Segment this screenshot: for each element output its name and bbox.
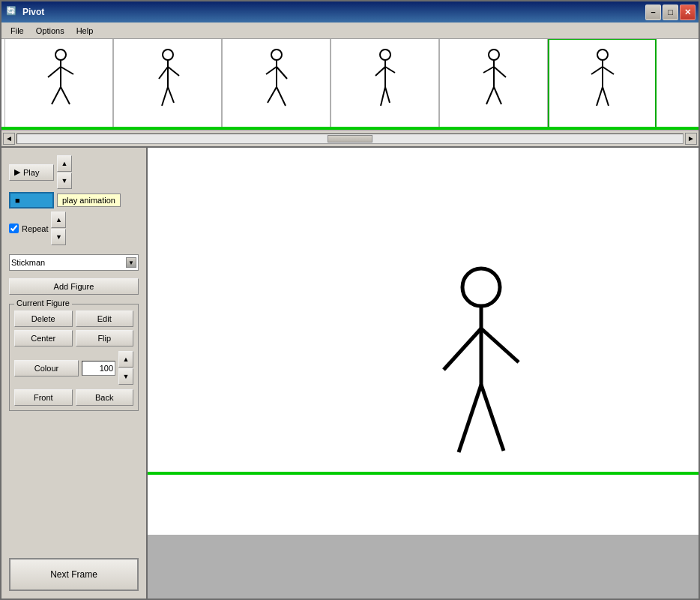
figure-selector: Stickman ▼ (9, 254, 139, 271)
playback-row-2: ■ play animation (9, 192, 139, 208)
repeat-spinner: ▲ ▼ (51, 212, 66, 245)
colour-button[interactable]: Colour (14, 360, 79, 376)
colour-spin-up[interactable]: ▲ (118, 351, 133, 368)
figure-dropdown[interactable]: Stickman ▼ (9, 254, 139, 271)
repeat-label: Repeat (22, 224, 48, 233)
main-stickman (429, 265, 534, 475)
svg-line-20 (375, 67, 385, 76)
play-button[interactable]: ▶ Play (9, 164, 54, 181)
edit-button[interactable]: Edit (76, 310, 134, 327)
colour-row: Colour 100 ▲ ▼ (14, 351, 133, 385)
minimize-button[interactable]: – (645, 4, 661, 20)
svg-line-2 (48, 67, 61, 77)
svg-line-33 (603, 67, 614, 74)
colour-spin-down[interactable]: ▼ (118, 368, 133, 385)
canvas-ground-line (148, 472, 699, 475)
play-spin-down[interactable]: ▼ (57, 172, 72, 189)
title-bar-left: 🔄 Pivot (6, 6, 44, 18)
current-figure-group: Current Figure Delete Edit Center Flip C… (9, 304, 139, 411)
timeline-frame-5[interactable] (439, 39, 548, 127)
menu-help[interactable]: Help (70, 25, 100, 37)
flip-button[interactable]: Flip (76, 330, 134, 346)
colour-input[interactable]: 100 (82, 361, 115, 376)
svg-line-22 (381, 87, 385, 106)
menu-bar: File Options Help (1, 22, 699, 39)
svg-line-27 (494, 67, 506, 77)
title-bar: 🔄 Pivot – □ ✕ (1, 2, 699, 22)
close-button[interactable]: ✕ (680, 4, 696, 20)
app-title: Pivot (22, 7, 44, 17)
timeline-frame-2[interactable] (113, 39, 222, 127)
app-icon: 🔄 (6, 6, 18, 18)
svg-point-18 (380, 50, 390, 60)
timeline-frame-6[interactable] (548, 39, 657, 127)
svg-point-30 (597, 50, 608, 60)
add-figure-button[interactable]: Add Figure (9, 278, 139, 295)
play-spin-up[interactable]: ▲ (57, 155, 72, 172)
svg-line-39 (481, 328, 519, 362)
play-icon: ▶ (14, 167, 20, 177)
next-frame-button[interactable]: Next Frame (9, 558, 139, 591)
svg-line-10 (162, 87, 168, 106)
colour-spinner: ▲ ▼ (118, 351, 133, 385)
svg-line-40 (459, 385, 481, 452)
svg-line-4 (52, 87, 61, 104)
front-back-grid: Front Back (14, 389, 133, 406)
timeline-frame-3[interactable] (222, 39, 331, 127)
svg-line-15 (277, 67, 287, 79)
center-button[interactable]: Center (14, 330, 73, 346)
title-bar-buttons: – □ ✕ (645, 4, 696, 20)
delete-button[interactable]: Delete (14, 310, 73, 327)
svg-line-14 (266, 67, 277, 74)
svg-line-5 (61, 87, 70, 104)
svg-line-16 (268, 87, 277, 103)
playback-section: ▶ Play ▲ ▼ ■ play animation (9, 155, 139, 245)
canvas-grey-area (148, 535, 699, 598)
timeline-frames (1, 39, 699, 127)
repeat-checkbox[interactable] (9, 224, 19, 233)
maximize-button[interactable]: □ (663, 4, 678, 20)
svg-line-21 (385, 67, 395, 73)
canvas-white[interactable] (148, 148, 699, 535)
timeline-frame-4[interactable] (331, 39, 439, 127)
menu-file[interactable]: File (4, 25, 30, 37)
svg-line-41 (481, 385, 504, 451)
svg-line-28 (486, 87, 494, 104)
stop-button[interactable]: ■ (9, 192, 54, 208)
timeline-frame-1[interactable] (4, 39, 113, 127)
svg-line-9 (168, 67, 179, 76)
scroll-track[interactable] (16, 134, 684, 144)
scroll-thumb[interactable] (328, 135, 372, 142)
svg-line-11 (168, 87, 174, 103)
menu-options[interactable]: Options (30, 25, 70, 37)
back-button[interactable]: Back (76, 389, 134, 406)
svg-line-26 (483, 67, 494, 73)
front-button[interactable]: Front (14, 389, 73, 406)
svg-line-34 (597, 87, 603, 106)
svg-line-3 (61, 67, 73, 74)
app-window: 🔄 Pivot – □ ✕ File Options Help (0, 0, 700, 600)
svg-line-23 (385, 87, 390, 103)
left-panel: ▶ Play ▲ ▼ ■ play animation (1, 148, 148, 598)
scroll-right-button[interactable]: ► (685, 133, 697, 145)
playback-row-1: ▶ Play ▲ ▼ (9, 155, 139, 189)
repeat-spin-up[interactable]: ▲ (51, 212, 66, 228)
timeline-scrollbar: ◄ ► (1, 130, 699, 146)
current-figure-label: Current Figure (14, 298, 72, 308)
scroll-left-button[interactable]: ◄ (3, 133, 15, 145)
repeat-row: Repeat ▲ ▼ (9, 212, 139, 245)
svg-line-38 (444, 328, 481, 370)
svg-point-12 (271, 50, 282, 60)
svg-point-36 (462, 268, 500, 306)
svg-line-35 (603, 87, 609, 106)
svg-line-8 (159, 67, 168, 79)
svg-point-6 (163, 50, 173, 60)
svg-line-32 (591, 67, 603, 74)
play-spinner: ▲ ▼ (57, 155, 72, 189)
svg-line-17 (277, 87, 286, 106)
svg-point-24 (489, 50, 499, 60)
content-area: ▶ Play ▲ ▼ ■ play animation (1, 148, 699, 598)
svg-line-29 (494, 87, 501, 104)
canvas-area (148, 148, 699, 598)
repeat-spin-down[interactable]: ▼ (51, 229, 66, 245)
